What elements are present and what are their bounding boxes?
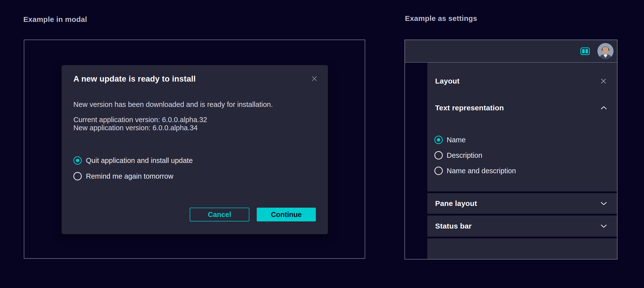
radio-option-label: Name	[447, 136, 466, 144]
text-representation-radio-group: Name Description Name and description	[434, 136, 516, 175]
radio-option-name[interactable]: Name	[434, 136, 516, 144]
radio-input[interactable]	[74, 156, 82, 165]
empty-section	[427, 238, 617, 259]
radio-option-description[interactable]: Description	[434, 151, 516, 159]
settings-pane-title: Layout	[435, 77, 460, 85]
radio-option-quit-and-install[interactable]: Quit application and install update	[74, 156, 193, 165]
close-button[interactable]	[311, 75, 318, 82]
columns-layout-icon	[580, 48, 590, 55]
continue-button[interactable]: Continue	[257, 208, 316, 221]
radio-option-label: Description	[447, 151, 482, 159]
accordion-label: Status bar	[435, 222, 472, 230]
menu-strip	[405, 63, 427, 259]
new-version-line: New application version: 6.0.0.alpha.34	[74, 124, 207, 132]
radio-option-label: Remind me again tomorrow	[86, 172, 173, 180]
radio-input[interactable]	[434, 136, 443, 144]
accordion-text-representation[interactable]: Text representation	[435, 103, 607, 113]
accordion-label: Pane layout	[435, 199, 477, 208]
dialog-description: New version has been downloaded and is r…	[74, 100, 273, 109]
app-header	[405, 40, 617, 63]
settings-example-frame: Layout Text representation	[404, 40, 618, 259]
accordion-label: Text representation	[435, 104, 504, 112]
modal-example-frame: A new update is ready to install New ver…	[24, 40, 365, 259]
version-info: Current application version: 6.0.0.alpha…	[74, 116, 207, 132]
layout-toggle-button[interactable]	[580, 47, 590, 56]
chevron-down-icon	[600, 201, 607, 205]
close-icon	[600, 78, 607, 85]
radio-option-remind-tomorrow[interactable]: Remind me again tomorrow	[74, 172, 173, 180]
current-version-line: Current application version: 6.0.0.alpha…	[74, 116, 207, 124]
radio-input[interactable]	[434, 167, 443, 175]
settings-pane: Layout Text representation	[427, 63, 617, 259]
chevron-down-icon	[600, 224, 607, 228]
chevron-up-icon	[600, 106, 607, 110]
radio-option-name-and-description[interactable]: Name and description	[434, 167, 516, 175]
radio-option-label: Name and description	[447, 167, 516, 175]
app-body: Layout Text representation	[405, 63, 617, 259]
radio-input[interactable]	[434, 151, 443, 159]
modal-example-label: Example in modal	[23, 15, 87, 24]
settings-close-button[interactable]	[600, 77, 607, 85]
user-avatar-image	[597, 43, 614, 59]
update-dialog: A new update is ready to install New ver…	[62, 65, 328, 234]
dialog-title: A new update is ready to install	[74, 74, 196, 84]
cancel-button[interactable]: Cancel	[190, 208, 249, 221]
settings-example-label: Example as settings	[405, 14, 477, 23]
accordion-status-bar[interactable]: Status bar	[427, 215, 617, 237]
page-canvas: { "colors": { "accent": "#00cdcd", "page…	[0, 0, 644, 288]
settings-pane-header: Layout	[435, 76, 607, 86]
radio-input[interactable]	[74, 172, 82, 180]
radio-option-label: Quit application and install update	[86, 157, 193, 165]
layout-settings-section: Layout Text representation	[427, 63, 617, 191]
user-avatar[interactable]	[597, 43, 614, 59]
accordion-pane-layout[interactable]: Pane layout	[427, 193, 617, 214]
close-icon	[311, 75, 318, 82]
